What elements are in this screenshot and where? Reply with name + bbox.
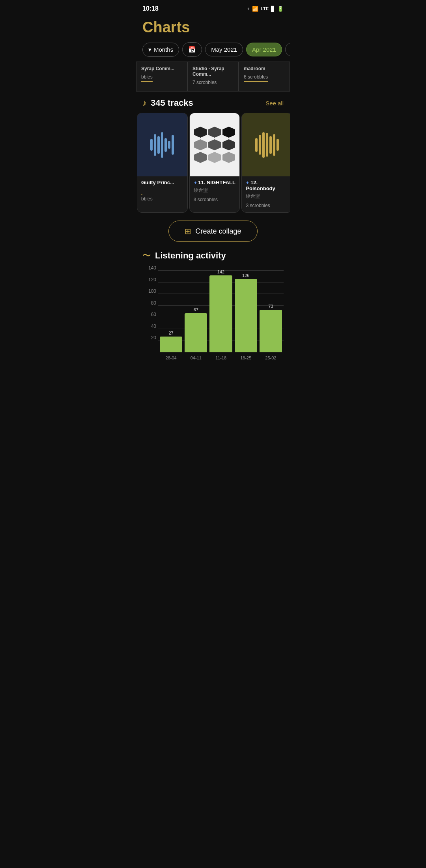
- bar-value-3: 126: [242, 273, 249, 278]
- x-label-1: 04-11: [185, 353, 207, 364]
- activity-title: Listening activity: [155, 251, 226, 261]
- mar-tab[interactable]: Mar 20: [285, 43, 290, 56]
- track-artist-0: [141, 187, 142, 195]
- scrobble-title-2: madroom: [244, 66, 285, 71]
- x-label-0: 28-04: [160, 353, 182, 364]
- track-image-2: [242, 113, 290, 176]
- scrobble-count-1: 7 scrobbles: [192, 80, 217, 87]
- signal-icon: ▊: [271, 6, 275, 12]
- wifi-icon: 📶: [252, 6, 258, 12]
- track-artist-1: 綾倉盟: [194, 187, 208, 195]
- track-card-1[interactable]: ✦ 11. NIGHTFALL 綾倉盟 3 scrobbles: [189, 113, 240, 213]
- calendar-button[interactable]: 📅: [182, 42, 202, 57]
- header: Charts: [136, 16, 290, 42]
- tracks-count: 345 tracks: [151, 98, 193, 108]
- tracks-section-header: ♪ 345 tracks See all: [136, 92, 290, 113]
- collage-btn-label: Create collage: [195, 227, 241, 236]
- track-scrobbles-0: bbles: [141, 196, 183, 202]
- activity-section: 〜 Listening activity 20 40 60 80 100 120…: [136, 250, 290, 372]
- waveform-2: [255, 131, 279, 159]
- track-info-1: ✦ 11. NIGHTFALL 綾倉盟 3 scrobbles: [190, 176, 240, 206]
- bar-group-4: 73: [260, 269, 282, 352]
- bar-group-0: 27: [160, 269, 182, 352]
- sparkle-icon-2: ✦: [246, 181, 249, 185]
- grid-icon: ⊞: [185, 226, 191, 236]
- lte-icon: LTE: [261, 6, 269, 11]
- x-labels: 28-04 04-11 11-18 18-25 25-02: [158, 353, 284, 364]
- bars-container: 27 67 142 126 73: [158, 269, 284, 352]
- bar-value-1: 67: [194, 307, 198, 312]
- create-collage-button[interactable]: ⊞ Create collage: [168, 221, 257, 242]
- period-filter-button[interactable]: ▾ Months: [142, 43, 179, 57]
- track-card-2[interactable]: ✦ 12. Poisonbody 綾倉盟 3 scrobbles: [241, 113, 290, 213]
- hex-grid-1: [190, 123, 239, 167]
- apr-tab[interactable]: Apr 2021: [246, 43, 282, 56]
- bar-value-4: 73: [268, 304, 273, 309]
- track-rank-1: ✦ 11. NIGHTFALL: [194, 180, 236, 185]
- filter-bar: ▾ Months 📅 May 2021 Apr 2021 Mar 20: [136, 42, 290, 62]
- status-bar: 10:18 + 📶 LTE ▊ 🔋: [136, 0, 290, 16]
- sparkle-icon-1: ✦: [194, 181, 197, 185]
- y-label-60: 60: [142, 312, 156, 317]
- tracks-scroll: Guilty Princ... bbles ✦ 11. NIGHTFALL: [136, 113, 290, 213]
- track-info-0: Guilty Princ... bbles: [137, 176, 187, 206]
- y-label-100: 100: [142, 288, 156, 294]
- chevron-down-icon: ▾: [148, 46, 151, 53]
- scrobble-card-0[interactable]: Syrap Comm... bbles: [136, 62, 187, 92]
- apr-label: Apr 2021: [252, 46, 276, 53]
- battery-icon: 🔋: [277, 6, 284, 12]
- scrobble-title-0: Syrap Comm...: [141, 66, 182, 71]
- activity-header: 〜 Listening activity: [142, 250, 284, 262]
- music-note-icon: ♪: [142, 98, 147, 108]
- scrobble-count-2: 6 scrobbles: [244, 74, 268, 82]
- scrobble-card-2[interactable]: madroom 6 scrobbles: [239, 62, 290, 92]
- bar-group-3: 126: [235, 269, 257, 352]
- x-label-3: 18-25: [235, 353, 257, 364]
- scrobble-count-0: bbles: [141, 74, 153, 82]
- y-label-40: 40: [142, 324, 156, 329]
- calendar-icon: 📅: [188, 46, 196, 53]
- status-time: 10:18: [142, 5, 159, 12]
- section-left: ♪ 345 tracks: [142, 98, 193, 108]
- bar-value-0: 27: [168, 331, 173, 335]
- x-label-4: 25-02: [260, 353, 282, 364]
- y-label-80: 80: [142, 300, 156, 306]
- bar-0: [160, 337, 182, 352]
- may-tab[interactable]: May 2021: [205, 43, 243, 56]
- track-artist-2: 綾倉盟: [246, 193, 260, 201]
- bar-4: [260, 310, 282, 352]
- bar-value-2: 142: [217, 269, 224, 274]
- chart-line-icon: 〜: [142, 250, 151, 262]
- waveform-0: [150, 131, 174, 159]
- page-title: Charts: [142, 19, 284, 36]
- track-scrobbles-2: 3 scrobbles: [246, 203, 288, 208]
- bar-2: [209, 275, 232, 352]
- track-scrobbles-1: 3 scrobbles: [194, 197, 236, 202]
- track-rank-2: ✦ 12. Poisonbody: [246, 180, 288, 191]
- bar-1: [185, 313, 207, 352]
- track-image-1: [190, 113, 240, 176]
- scrobble-card-1[interactable]: Studio · Syrap Comm... 7 scrobbles: [187, 62, 239, 92]
- bar-chart: 20 40 60 80 100 120 140 27 67: [142, 269, 284, 364]
- top-scrobbles-strip: Syrap Comm... bbles Studio · Syrap Comm.…: [136, 62, 290, 92]
- status-icons: + 📶 LTE ▊ 🔋: [247, 6, 284, 12]
- bar-3: [235, 279, 257, 352]
- x-label-2: 11-18: [209, 353, 232, 364]
- bluetooth-icon: +: [247, 6, 250, 12]
- y-label-120: 120: [142, 277, 156, 282]
- bar-group-1: 67: [185, 269, 207, 352]
- y-label-20: 20: [142, 335, 156, 340]
- collage-section: ⊞ Create collage: [136, 213, 290, 250]
- track-info-2: ✦ 12. Poisonbody 綾倉盟 3 scrobbles: [242, 176, 290, 212]
- track-card-0[interactable]: Guilty Princ... bbles: [137, 113, 188, 213]
- scrobble-title-1: Studio · Syrap Comm...: [192, 66, 234, 77]
- may-label: May 2021: [211, 46, 237, 53]
- track-image-0: [137, 113, 187, 176]
- period-filter-label: Months: [154, 46, 173, 53]
- y-label-140: 140: [142, 265, 156, 271]
- see-all-button[interactable]: See all: [265, 100, 284, 107]
- track-rank-0: Guilty Princ...: [141, 180, 183, 185]
- bar-group-2: 142: [209, 269, 232, 352]
